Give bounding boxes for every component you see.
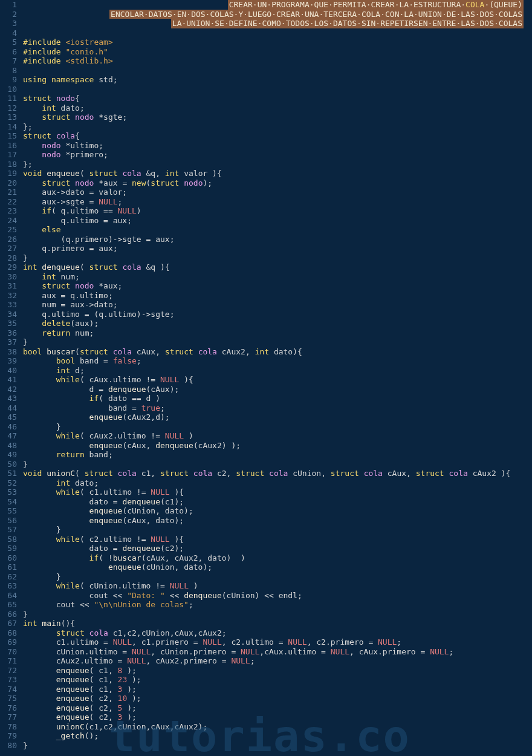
code-line: cout << "Dato: " << denqueue(cUnion) << … xyxy=(23,591,527,601)
line-number: 13 xyxy=(0,112,17,122)
code-line: LA·UNION·SE·DEFINE·COMO·TODOS·LOS·DATOS·… xyxy=(23,19,527,28)
line-number: 5 xyxy=(0,37,17,47)
line-number: 35 xyxy=(0,319,17,328)
code-line xyxy=(23,85,527,94)
code-line: struct nodo *sgte; xyxy=(23,112,527,122)
line-number: 12 xyxy=(0,103,17,113)
code-line: q.primero = aux; xyxy=(23,244,527,253)
code-line: } xyxy=(23,460,527,469)
code-line: enqueue(cAux, dato); xyxy=(23,516,527,526)
code-line: }; xyxy=(23,160,527,169)
code-line: } xyxy=(23,337,527,347)
code-line: int num; xyxy=(23,272,527,282)
line-number: 69 xyxy=(0,637,17,647)
line-number: 4 xyxy=(0,28,17,38)
code-line: d = denqueue(cAux); xyxy=(23,385,527,394)
code-line: enqueue( c1, 3 ); xyxy=(23,685,527,694)
code-line: enqueue( c1, 8 ); xyxy=(23,666,527,676)
line-number: 70 xyxy=(0,647,17,657)
line-number: 38 xyxy=(0,347,17,357)
code-line: nodo *primero; xyxy=(23,150,527,160)
line-number: 53 xyxy=(0,487,17,497)
line-number: 37 xyxy=(0,337,17,347)
line-number: 44 xyxy=(0,403,17,413)
line-number: 42 xyxy=(0,385,17,394)
line-number: 9 xyxy=(0,75,17,85)
line-number: 7 xyxy=(0,56,17,66)
code-line: struct cola c1,c2,cUnion,cAux,cAux2; xyxy=(23,628,527,638)
line-number: 58 xyxy=(0,535,17,544)
line-number: 22 xyxy=(0,197,17,207)
line-number: 18 xyxy=(0,160,17,169)
line-number: 47 xyxy=(0,431,17,441)
line-number: 6 xyxy=(0,47,17,57)
line-number: 34 xyxy=(0,310,17,319)
line-number: 71 xyxy=(0,656,17,666)
line-number: 63 xyxy=(0,581,17,591)
code-line: #include <iostream> xyxy=(23,37,527,47)
line-number: 62 xyxy=(0,572,17,582)
code-line: void unionC( struct cola c1, struct cola… xyxy=(23,469,527,478)
line-number: 19 xyxy=(0,169,17,178)
code-line: while( cUnion.ultimo != NULL ) xyxy=(23,581,527,591)
code-line: #include "conio.h" xyxy=(23,47,527,57)
code-line: } xyxy=(23,610,527,619)
line-number: 29 xyxy=(0,262,17,272)
code-line xyxy=(23,28,527,38)
code-editor: 1234567891011121314151617181920212223242… xyxy=(0,0,532,750)
line-number: 1 xyxy=(0,0,17,10)
code-line: while( cAux2.ultimo != NULL ) xyxy=(23,431,527,441)
line-number: 65 xyxy=(0,600,17,610)
code-line: int d; xyxy=(23,366,527,376)
line-number: 74 xyxy=(0,685,17,694)
line-number-gutter: 1234567891011121314151617181920212223242… xyxy=(0,0,23,750)
code-line: while( cAux.ultimo != NULL ){ xyxy=(23,375,527,385)
line-number: 56 xyxy=(0,516,17,526)
line-number: 15 xyxy=(0,131,17,141)
code-line: enqueue( c2, 3 ); xyxy=(23,712,527,722)
code-line: CREAR·UN·PROGRAMA·QUE·PERMITA·CREAR·LA·E… xyxy=(23,0,527,10)
line-number: 23 xyxy=(0,206,17,216)
code-line: ENCOLAR·DATOS·EN·DOS·COLAS·Y·LUEGO·CREAR… xyxy=(23,10,527,19)
code-line: (q.primero)->sgte = aux; xyxy=(23,235,527,244)
line-number: 61 xyxy=(0,562,17,572)
code-line: using namespace std; xyxy=(23,75,527,85)
code-area[interactable]: CREAR·UN·PROGRAMA·QUE·PERMITA·CREAR·LA·E… xyxy=(23,0,532,750)
code-line: bool buscar(struct cola cAux, struct col… xyxy=(23,347,527,357)
line-number: 54 xyxy=(0,497,17,507)
code-line: enqueue(cAux2,d); xyxy=(23,412,527,422)
line-number: 11 xyxy=(0,94,17,103)
code-line: enqueue( c2, 5 ); xyxy=(23,703,527,713)
code-line: struct cola{ xyxy=(23,131,527,141)
line-number: 28 xyxy=(0,253,17,263)
code-line: if( q.ultimo == NULL) xyxy=(23,206,527,216)
code-line: cUnion.ultimo = NULL, cUnion.primero = N… xyxy=(23,647,527,657)
code-line: aux = q.ultimo; xyxy=(23,291,527,301)
code-line: } xyxy=(23,572,527,582)
line-number: 48 xyxy=(0,441,17,451)
code-line: dato = denqueue(c2); xyxy=(23,544,527,553)
line-number: 72 xyxy=(0,666,17,676)
code-line: }; xyxy=(23,122,527,132)
code-line: int dato; xyxy=(23,478,527,488)
code-line: } xyxy=(23,253,527,263)
line-number: 21 xyxy=(0,187,17,197)
code-line: aux->sgte = NULL; xyxy=(23,197,527,207)
line-number: 43 xyxy=(0,394,17,403)
line-number: 78 xyxy=(0,722,17,732)
code-line: if( dato == d ) xyxy=(23,394,527,403)
line-number: 3 xyxy=(0,19,17,28)
line-number: 80 xyxy=(0,741,17,751)
code-line: } xyxy=(23,525,527,535)
code-line: int main(){ xyxy=(23,619,527,628)
line-number: 45 xyxy=(0,412,17,422)
line-number: 36 xyxy=(0,328,17,338)
line-number: 64 xyxy=(0,591,17,601)
code-line: while( c2.ultimo != NULL ){ xyxy=(23,535,527,544)
code-line: q.ultimo = (q.ultimo)->sgte; xyxy=(23,310,527,319)
code-line: #include <stdlib.h> xyxy=(23,56,527,66)
line-number: 60 xyxy=(0,553,17,563)
line-number: 67 xyxy=(0,619,17,628)
line-number: 40 xyxy=(0,366,17,376)
line-number: 32 xyxy=(0,291,17,301)
